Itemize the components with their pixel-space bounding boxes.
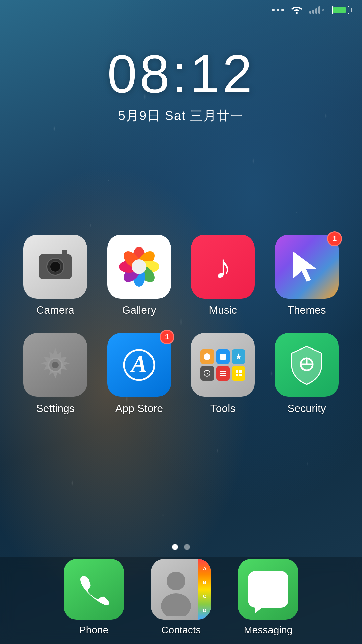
svg-point-12 [52, 362, 59, 368]
svg-rect-19 [220, 371, 226, 372]
app-grid: Camera Gallery [0, 235, 362, 415]
app-label-music: Music [209, 304, 237, 316]
alpha-d: D [203, 608, 206, 613]
status-dot-1 [272, 9, 275, 11]
battery-indicator [332, 6, 352, 14]
dock-label-contacts: Contacts [161, 624, 201, 636]
signal-bars: × [309, 6, 325, 14]
dock-label-phone: Phone [79, 624, 109, 636]
app-label-security: Security [287, 402, 326, 415]
signal-x-icon: × [321, 7, 325, 14]
camera-flash [62, 250, 67, 254]
security-icon [275, 333, 339, 397]
camera-body [39, 254, 72, 279]
battery-fill [333, 7, 346, 13]
contact-silhouette-svg [158, 562, 198, 616]
signal-bar-3 [315, 8, 317, 14]
app-label-camera: Camera [36, 304, 74, 316]
app-item-music[interactable]: ♪ Music [184, 235, 261, 316]
signal-bar-4 [318, 6, 320, 14]
settings-icon [23, 333, 87, 397]
svg-point-25 [167, 572, 185, 590]
dock-item-messaging[interactable]: Messaging [238, 559, 298, 636]
app-icon-wrapper-settings [23, 333, 87, 397]
music-icon: ♪ [191, 235, 255, 299]
appstore-svg: A [119, 345, 159, 385]
svg-point-8 [132, 259, 146, 274]
app-icon-wrapper-tools [191, 333, 255, 397]
page-dot-1[interactable] [172, 544, 178, 550]
tools-cell-1 [200, 349, 214, 364]
status-dots [272, 9, 284, 11]
camera-icon [23, 235, 87, 299]
status-dot-3 [281, 9, 284, 11]
camera-lens-inner [50, 261, 61, 272]
clock-time: 08:12 [107, 47, 255, 101]
svg-marker-9 [293, 252, 317, 282]
status-dot-2 [277, 9, 279, 11]
contacts-icon: A B C D [151, 559, 211, 620]
gear-svg [35, 345, 75, 385]
themes-badge: 1 [327, 231, 342, 246]
signal-bar-2 [312, 10, 314, 14]
app-item-security[interactable]: Security [268, 333, 345, 415]
phone-svg [77, 573, 111, 606]
appstore-badge: 1 [160, 330, 174, 344]
tools-icon [191, 333, 255, 397]
app-icon-wrapper-gallery [107, 235, 171, 299]
svg-rect-20 [220, 373, 226, 374]
contacts-alphabet: A B C D [198, 559, 211, 620]
app-item-themes[interactable]: 1 Themes [268, 235, 345, 316]
phone-icon [64, 559, 124, 620]
signal-bar-1 [309, 11, 311, 14]
tools-grid [198, 346, 248, 383]
music-note-symbol: ♪ [215, 248, 231, 286]
clock-area: 08:12 5月9日 Sat 三月廿一 [0, 47, 362, 124]
app-item-camera[interactable]: Camera [17, 235, 94, 316]
status-bar: × [0, 0, 362, 20]
message-bubble [248, 571, 288, 608]
alpha-a: A [203, 566, 206, 571]
app-label-appstore: App Store [115, 402, 163, 415]
gallery-flower-svg [116, 243, 163, 290]
security-shield-svg [288, 345, 325, 385]
app-label-settings: Settings [36, 402, 75, 415]
app-item-tools[interactable]: Tools [184, 333, 261, 415]
gallery-icon [107, 235, 171, 299]
page-indicators [0, 544, 362, 550]
page-dot-2[interactable] [184, 544, 190, 550]
app-icon-wrapper-appstore: A 1 [107, 333, 171, 397]
app-icon-wrapper-themes: 1 [275, 235, 339, 299]
themes-icon [275, 235, 339, 299]
messaging-icon [238, 559, 298, 620]
app-item-gallery[interactable]: Gallery [101, 235, 178, 316]
alpha-c: C [203, 594, 206, 599]
clock-date: 5月9日 Sat 三月廿一 [118, 107, 244, 124]
tools-cell-4 [200, 366, 214, 381]
themes-cursor-svg [288, 248, 325, 285]
svg-text:A: A [130, 351, 147, 377]
app-item-settings[interactable]: Settings [17, 333, 94, 415]
app-icon-wrapper-music: ♪ [191, 235, 255, 299]
dock-item-contacts[interactable]: A B C D Contacts [151, 559, 211, 636]
alpha-b: B [203, 580, 206, 585]
svg-rect-15 [220, 354, 226, 360]
app-label-gallery: Gallery [122, 304, 156, 316]
camera-lens-outer [46, 258, 64, 276]
svg-point-26 [161, 593, 191, 616]
wifi-icon [291, 5, 303, 15]
app-label-themes: Themes [287, 304, 326, 316]
dock-item-phone[interactable]: Phone [64, 559, 124, 636]
app-label-tools: Tools [210, 402, 236, 415]
appstore-icon: A [107, 333, 171, 397]
dock-label-messaging: Messaging [244, 624, 292, 636]
battery-tip [351, 8, 352, 12]
svg-rect-21 [220, 375, 226, 376]
app-icon-wrapper-camera [23, 235, 87, 299]
tools-cell-3 [232, 349, 245, 364]
dock: Phone A B C D Contacts Messaging [0, 557, 362, 644]
tools-cell-2 [216, 349, 230, 364]
tools-cell-5 [216, 366, 230, 381]
app-item-appstore[interactable]: A 1 App Store [101, 333, 178, 415]
app-icon-wrapper-security [275, 333, 339, 397]
